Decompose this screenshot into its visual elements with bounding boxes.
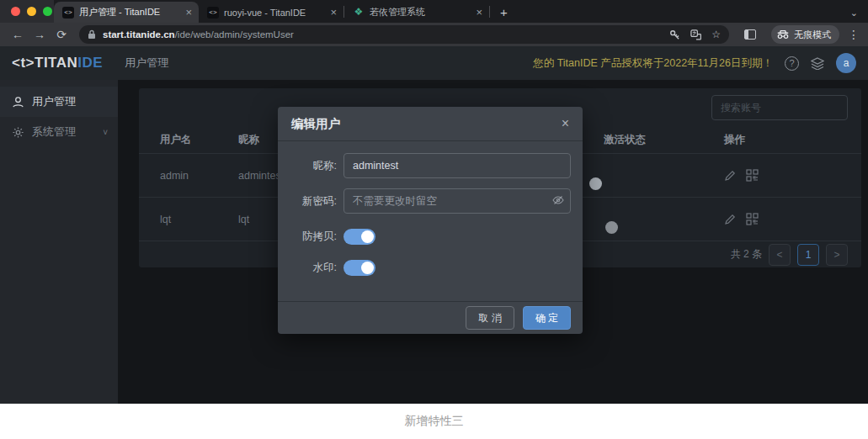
page-viewport: <t>TITANIDE 用户管理 您的 TitanIDE 产品授权将于2022年…	[0, 46, 868, 404]
reload-button[interactable]: ⟳	[52, 28, 71, 41]
anticopy-toggle[interactable]	[343, 229, 375, 245]
new-tab-button[interactable]: +	[500, 5, 508, 19]
incognito-icon	[776, 29, 790, 40]
sidebar-item-system-management[interactable]: 系统管理 ˅	[0, 117, 118, 147]
edit-pencil-icon[interactable]	[724, 170, 736, 182]
tab-separator	[489, 6, 490, 18]
close-icon[interactable]: ×	[562, 116, 569, 131]
minimize-window-button[interactable]	[27, 7, 36, 16]
search-input[interactable]	[711, 95, 848, 120]
license-warning: 您的 TitanIDE 产品授权将于2022年11月26日到期！	[533, 56, 773, 71]
password-key-icon[interactable]	[669, 29, 680, 40]
back-button[interactable]: ←	[8, 28, 27, 41]
url-path: /ide/web/admin/systemUser	[175, 29, 294, 40]
cell-username: lqt	[160, 214, 238, 225]
header-right: 您的 TitanIDE 产品授权将于2022年11月26日到期！ ? a	[533, 53, 856, 73]
tab-close-icon[interactable]: ×	[185, 6, 192, 19]
help-icon[interactable]: ?	[785, 56, 799, 71]
edit-user-dialog: 编辑用户 × 昵称: 新密码:	[278, 107, 583, 334]
toggle-knob	[361, 230, 374, 243]
pagination-next-button[interactable]: >	[826, 244, 848, 266]
ruoyi-leaf-icon: ❖	[353, 7, 365, 19]
header-nav-user-management[interactable]: 用户管理	[125, 56, 168, 71]
app-header: <t>TITANIDE 用户管理 您的 TitanIDE 产品授权将于2022年…	[0, 46, 868, 80]
toggle-knob	[361, 262, 374, 274]
lock-icon	[88, 29, 96, 40]
titanide-favicon-icon: <>	[207, 7, 219, 19]
side-panel-icon[interactable]	[744, 29, 756, 40]
tab-title: 用户管理 - TitanIDE	[79, 6, 180, 19]
password-field-row: 新密码:	[278, 188, 571, 214]
chevron-down-icon: ˅	[103, 128, 108, 137]
tab-ruoyi-admin[interactable]: ❖ 若依管理系统 ×	[344, 2, 489, 23]
browser-toolbar: ← → ⟳ start.titanide.cn/ide/web/admin/sy…	[0, 23, 868, 46]
cell-username: admin	[160, 170, 238, 182]
address-bar[interactable]: start.titanide.cn/ide/web/admin/systemUs…	[79, 25, 729, 44]
tab-title: ruoyi-vue - TitanIDE	[224, 8, 325, 18]
toggle-knob	[605, 221, 618, 234]
user-icon	[12, 96, 24, 108]
close-window-button[interactable]	[11, 7, 20, 16]
qrcode-icon[interactable]	[746, 169, 759, 182]
sidebar-item-label: 用户管理	[32, 94, 76, 109]
anticopy-field-row: 防拷贝:	[278, 229, 571, 245]
watermark-field-row: 水印:	[278, 260, 571, 276]
col-actions: 操作	[724, 133, 861, 147]
nickname-input[interactable]	[343, 153, 571, 178]
tab-ruoyi-vue[interactable]: <> ruoyi-vue - TitanIDE ×	[199, 2, 343, 23]
translate-icon[interactable]	[690, 29, 701, 40]
sidebar-item-user-management[interactable]: 用户管理	[0, 87, 118, 117]
pagination-prev-button[interactable]: <	[769, 244, 791, 266]
url-domain: start.titanide.cn	[103, 29, 175, 40]
dialog-title: 编辑用户	[291, 116, 340, 132]
watermark-label: 水印:	[278, 261, 337, 275]
edit-pencil-icon[interactable]	[724, 214, 736, 225]
logo-suffix: IDE	[77, 55, 103, 71]
zoom-window-button[interactable]	[43, 7, 52, 16]
anticopy-label: 防拷贝:	[278, 230, 337, 244]
incognito-label: 无痕模式	[794, 29, 831, 41]
pagination-total: 共 2 条	[731, 247, 762, 262]
sidebar: 用户管理 系统管理 ˅	[0, 80, 118, 404]
browser-menu-icon[interactable]: ⋮	[848, 28, 860, 41]
eye-off-icon[interactable]	[552, 195, 564, 205]
image-caption: 新增特性三	[0, 404, 868, 439]
password-label: 新密码:	[278, 194, 337, 209]
sidebar-item-label: 系统管理	[32, 124, 76, 140]
tab-search-chevron-icon[interactable]: ⌄	[850, 8, 858, 19]
nickname-field-row: 昵称:	[278, 153, 571, 178]
logo-main: <t>TITAN	[12, 55, 77, 71]
user-avatar[interactable]: a	[836, 53, 856, 73]
bookmark-star-icon[interactable]: ☆	[711, 29, 721, 40]
confirm-button[interactable]: 确 定	[523, 306, 571, 330]
tab-user-management[interactable]: <> 用户管理 - TitanIDE ×	[54, 2, 199, 23]
col-username: 用户名	[160, 133, 238, 147]
cancel-button[interactable]: 取 消	[466, 306, 514, 330]
screenshot-root: <> 用户管理 - TitanIDE × <> ruoyi-vue - Tita…	[0, 0, 868, 439]
tab-close-icon[interactable]: ×	[476, 6, 482, 19]
macos-traffic-lights	[0, 0, 54, 23]
browser-tabstrip: <> 用户管理 - TitanIDE × <> ruoyi-vue - Tita…	[0, 0, 868, 23]
dialog-header: 编辑用户 ×	[278, 107, 583, 141]
new-password-input[interactable]	[343, 188, 571, 214]
titanide-logo: <t>TITANIDE	[12, 55, 103, 71]
qrcode-icon[interactable]	[746, 213, 759, 225]
dialog-footer: 取 消 确 定	[278, 301, 583, 334]
gear-icon	[12, 126, 24, 139]
forward-button[interactable]: →	[30, 28, 49, 41]
col-status: 激活状态	[604, 133, 724, 147]
dialog-body: 昵称: 新密码: 防拷贝: 水印:	[278, 141, 583, 301]
tab-title: 若依管理系统	[370, 6, 471, 19]
watermark-toggle[interactable]	[343, 260, 375, 276]
incognito-badge: 无痕模式	[771, 25, 839, 44]
pagination-page-1-button[interactable]: 1	[797, 244, 819, 266]
layers-icon[interactable]	[811, 57, 824, 70]
toggle-knob	[589, 177, 602, 190]
tab-close-icon[interactable]: ×	[330, 6, 337, 19]
nickname-label: 昵称:	[278, 159, 337, 173]
titanide-favicon-icon: <>	[62, 7, 74, 19]
